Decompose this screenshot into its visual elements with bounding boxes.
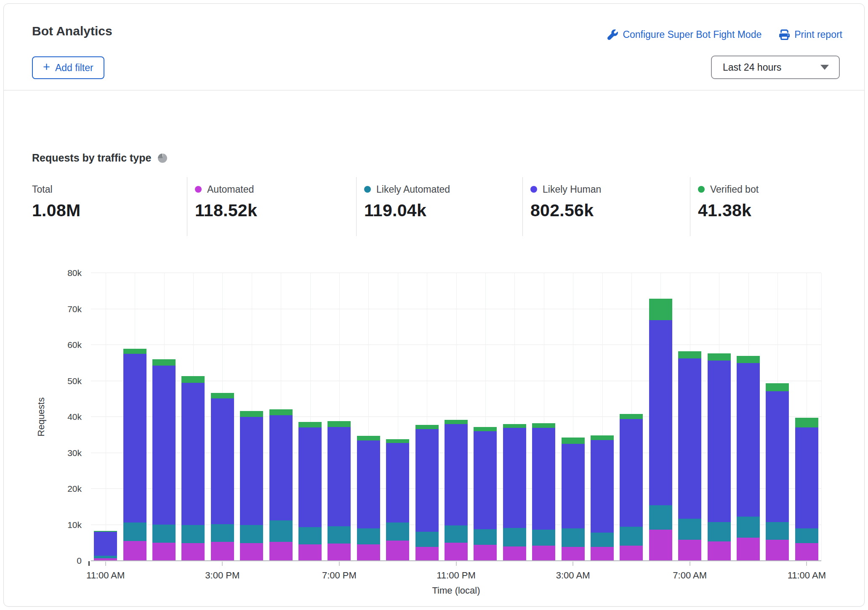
- bar-9:00 PM[interactable]: [386, 439, 409, 560]
- segment-automated: [591, 547, 614, 560]
- x-tick-label: 7:00 PM: [322, 570, 357, 581]
- y-tick-label: 20k: [67, 483, 82, 495]
- stat-likely-automated-value: 119.04k: [364, 201, 522, 220]
- bar-8:00 PM[interactable]: [357, 436, 380, 560]
- segment-likely-human: [240, 417, 263, 525]
- bar-6:00 AM[interactable]: [649, 299, 672, 560]
- segment-likely-automated: [240, 525, 263, 543]
- bar-5:00 AM[interactable]: [620, 414, 643, 560]
- segment-automated: [737, 538, 760, 560]
- segment-likely-human: [152, 366, 176, 525]
- stat-likely-human-label: Likely Human: [543, 184, 601, 195]
- segment-automated: [708, 541, 731, 560]
- stat-automated-label: Automated: [207, 184, 254, 195]
- stat-likely-automated[interactable]: Likely Automated 119.04k: [356, 177, 522, 236]
- segment-likely-human: [562, 444, 585, 528]
- segment-verified-bot: [211, 393, 234, 398]
- segment-automated: [415, 547, 439, 560]
- bar-2:00 AM[interactable]: [532, 423, 555, 560]
- segment-verified-bot: [181, 376, 205, 382]
- segment-likely-automated: [181, 525, 205, 543]
- header-divider: [4, 90, 864, 90]
- bar-10:00 AM[interactable]: [766, 383, 789, 560]
- segment-likely-human: [708, 361, 731, 522]
- x-axis-title: Time (local): [432, 585, 480, 596]
- bar-8:00 AM[interactable]: [708, 353, 731, 560]
- segment-automated: [327, 544, 351, 560]
- x-tick: [456, 562, 457, 566]
- bar-4:00 PM[interactable]: [240, 411, 263, 560]
- x-tick-label: 11:00 PM: [437, 570, 476, 581]
- bar-3:00 AM[interactable]: [562, 438, 585, 560]
- time-range-value: Last 24 hours: [712, 62, 820, 73]
- segment-verified-bot: [327, 421, 351, 427]
- bar-4:00 AM[interactable]: [591, 435, 614, 561]
- x-tick-label: 11:00 AM: [86, 570, 125, 581]
- segment-verified-bot: [357, 436, 380, 440]
- bar-12:00 PM[interactable]: [123, 349, 146, 560]
- x-tick: [572, 562, 573, 566]
- verified-bot-legend-dot: [698, 186, 705, 193]
- add-filter-label: Add filter: [55, 62, 93, 74]
- segment-verified-bot: [649, 299, 672, 320]
- bar-6:00 PM[interactable]: [298, 422, 322, 560]
- segment-automated: [678, 540, 701, 560]
- segment-likely-human: [678, 358, 701, 519]
- segment-automated: [386, 541, 409, 560]
- configure-super-bot-fight-mode-link[interactable]: Configure Super Bot Fight Mode: [607, 29, 761, 40]
- y-tick-label: 70k: [67, 303, 82, 315]
- print-report-link[interactable]: Print report: [779, 29, 842, 40]
- x-tick: [806, 562, 807, 566]
- bar-7:00 AM[interactable]: [678, 351, 701, 560]
- segment-automated: [795, 543, 818, 560]
- segment-likely-human: [298, 427, 322, 528]
- bar-10:00 PM[interactable]: [415, 425, 439, 560]
- add-filter-button[interactable]: + Add filter: [32, 56, 104, 79]
- x-tick: [690, 562, 690, 566]
- segment-verified-bot: [152, 359, 176, 366]
- bar-12:00 AM[interactable]: [474, 427, 497, 560]
- stat-likely-human[interactable]: Likely Human 802.56k: [522, 177, 690, 236]
- stat-total-label: Total: [32, 184, 53, 195]
- bar-11:00 PM[interactable]: [445, 420, 468, 560]
- segment-automated: [532, 546, 555, 560]
- stat-likely-human-value: 802.56k: [530, 201, 690, 220]
- stat-verified-bot-label: Verified bot: [710, 184, 759, 195]
- bar-11:00 AM[interactable]: [795, 418, 818, 560]
- bar-9:00 AM[interactable]: [737, 356, 760, 560]
- segment-verified-bot: [445, 420, 468, 424]
- y-axis-title: Requests: [36, 398, 47, 437]
- segment-likely-human: [532, 428, 555, 530]
- stat-automated[interactable]: Automated 118.52k: [187, 177, 356, 236]
- segment-verified-bot: [591, 435, 614, 440]
- segment-automated: [649, 530, 672, 560]
- segment-likely-automated: [386, 522, 409, 541]
- bot-analytics-page: Bot Analytics Configure Super Bot Fight …: [0, 0, 868, 610]
- bar-3:00 PM[interactable]: [211, 393, 234, 560]
- section-title: Requests by traffic type: [32, 152, 151, 164]
- x-tick: [339, 562, 340, 566]
- segment-automated: [240, 543, 263, 560]
- segment-likely-automated: [562, 528, 585, 547]
- x-tick-label: 3:00 PM: [205, 570, 240, 581]
- bar-7:00 PM[interactable]: [327, 421, 351, 560]
- chevron-down-icon: [820, 65, 829, 70]
- header-links: Configure Super Bot Fight Mode Print rep…: [607, 29, 842, 40]
- bar-2:00 PM[interactable]: [181, 376, 205, 560]
- segment-verified-bot: [240, 411, 263, 417]
- print-link-label: Print report: [794, 29, 842, 40]
- printer-icon: [779, 29, 790, 40]
- segment-likely-human: [766, 391, 789, 522]
- segment-verified-bot: [708, 353, 731, 361]
- segment-verified-bot: [269, 409, 293, 416]
- bar-11:00 AM[interactable]: [94, 531, 117, 560]
- bar-1:00 PM[interactable]: [152, 359, 176, 560]
- segment-automated: [211, 542, 234, 560]
- stat-total-value: 1.08M: [32, 201, 187, 220]
- bar-1:00 AM[interactable]: [503, 424, 526, 560]
- stat-verified-bot[interactable]: Verified bot 41.38k: [690, 177, 839, 236]
- bar-5:00 PM[interactable]: [269, 409, 293, 560]
- segment-automated: [445, 543, 468, 560]
- time-range-dropdown[interactable]: Last 24 hours: [711, 56, 840, 79]
- segment-automated: [298, 544, 322, 560]
